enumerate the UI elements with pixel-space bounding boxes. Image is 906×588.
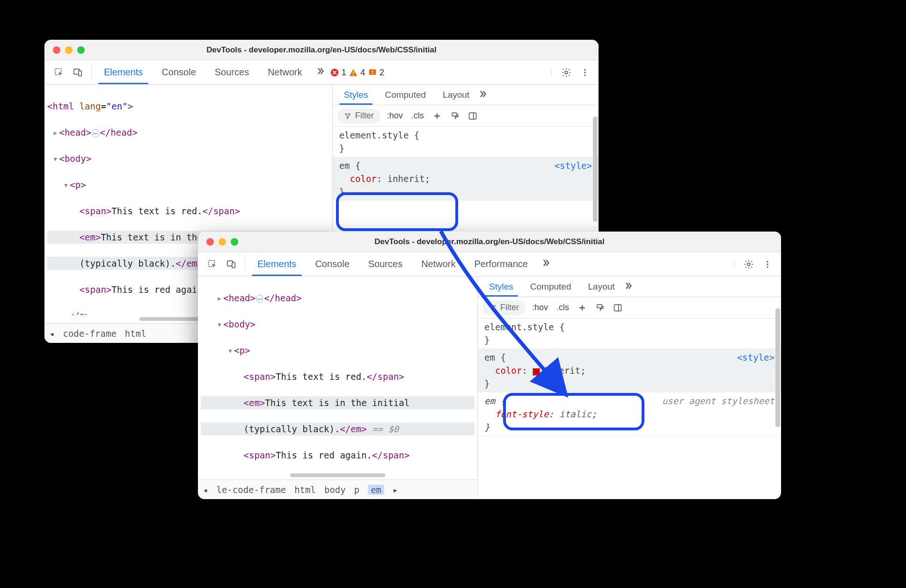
kebab-icon[interactable] [578, 65, 592, 80]
filter-placeholder: Filter [500, 303, 519, 312]
tag-span-open: <span> [244, 371, 276, 382]
zoom-icon[interactable] [231, 238, 238, 246]
tab-sources[interactable]: Sources [359, 252, 412, 276]
tab-network[interactable]: Network [258, 60, 311, 84]
more-tabs-icon[interactable] [312, 66, 329, 79]
rule-element-style[interactable]: element.style { } [333, 127, 599, 157]
cls-button[interactable]: .cls [409, 111, 426, 121]
breadcrumb-prev-icon[interactable]: ◂ [49, 328, 54, 339]
styles-filter-input[interactable]: Filter [337, 109, 380, 123]
collapsed-ellipsis-icon[interactable]: ⋯ [92, 129, 99, 138]
tag-body-open: <body> [59, 153, 91, 164]
rule-selector: em { [484, 351, 774, 364]
toggle-sidebar-icon[interactable] [611, 301, 624, 314]
hov-button[interactable]: :hov [385, 111, 405, 121]
rule-element-style[interactable]: element.style { } [478, 319, 781, 349]
vscrollbar[interactable] [775, 299, 780, 497]
rule-em[interactable]: <style> em { color: inherit; } [478, 349, 781, 392]
rule-em[interactable]: <style> em { color: inherit; } [333, 157, 599, 201]
device-toggle-icon[interactable] [223, 256, 239, 272]
collapse-arrow-icon[interactable]: ▸ [52, 126, 59, 139]
collapse-arrow-icon[interactable]: ▾ [52, 152, 59, 165]
prop-value: italic [559, 409, 592, 419]
color-swatch[interactable] [533, 368, 540, 376]
breadcrumb-item[interactable]: le-code-frame [216, 485, 286, 495]
main-toolbar: Elements Console Sources Network 1 4 2 [44, 60, 599, 85]
breadcrumb-item[interactable]: code-frame [63, 328, 116, 339]
source-link[interactable]: <style> [555, 159, 592, 172]
inspect-icon[interactable] [51, 65, 67, 80]
devtools-window-after: DevTools - developer.mozilla.org/en-US/d… [198, 232, 781, 499]
source-link[interactable]: <style> [737, 351, 774, 364]
styles-tab-layout[interactable]: Layout [580, 276, 623, 297]
more-tabs-icon[interactable] [537, 258, 555, 270]
close-icon[interactable] [206, 238, 214, 246]
traffic-lights [198, 238, 238, 246]
paint-icon[interactable] [593, 301, 606, 314]
tag-span-open: <span> [80, 284, 112, 295]
styles-body[interactable]: element.style { } <style> em { color: in… [478, 319, 781, 499]
more-tabs-icon[interactable] [478, 89, 488, 101]
toggle-sidebar-icon[interactable] [466, 109, 479, 123]
collapse-arrow-icon[interactable]: ▸ [217, 291, 223, 305]
status-badges[interactable]: 1 4 2 [329, 67, 385, 78]
collapse-arrow-icon[interactable]: ▾ [63, 178, 70, 191]
gear-icon[interactable] [559, 65, 573, 80]
kebab-icon[interactable] [760, 257, 774, 271]
tag-span-close: </span> [372, 450, 409, 460]
collapse-arrow-icon[interactable]: ▾ [227, 344, 234, 357]
new-rule-icon[interactable] [576, 301, 589, 314]
inspect-icon[interactable] [205, 256, 220, 272]
tab-elements[interactable]: Elements [248, 252, 306, 276]
cls-button[interactable]: .cls [555, 303, 571, 312]
tab-network[interactable]: Network [412, 252, 465, 276]
styles-tab-computed[interactable]: Computed [376, 85, 434, 105]
rule-close: } [339, 142, 592, 155]
zoom-icon[interactable] [77, 46, 85, 54]
styles-tab-layout[interactable]: Layout [434, 85, 478, 105]
breadcrumb-prev-icon[interactable]: ◂ [203, 485, 208, 495]
tab-sources[interactable]: Sources [205, 60, 258, 84]
breadcrumb-item[interactable]: html [125, 328, 146, 339]
breadcrumb-item-selected[interactable]: em [368, 485, 384, 495]
filter-icon [489, 304, 497, 312]
prop-name: color [495, 365, 522, 376]
window-title: DevTools - developer.mozilla.org/en-US/d… [198, 237, 781, 247]
rule-em-ua[interactable]: user agent stylesheet em { font-style: i… [478, 392, 781, 436]
svg-rect-8 [372, 73, 373, 74]
close-icon[interactable] [53, 46, 60, 54]
breadcrumb-item[interactable]: html [294, 485, 316, 495]
tab-elements[interactable]: Elements [95, 60, 152, 84]
dom-tree[interactable]: ▸<head>⋯</head> ▾<body> ▾<p> <span>This … [198, 276, 477, 471]
gear-icon[interactable] [742, 257, 756, 271]
breadcrumb-item[interactable]: p [354, 485, 359, 495]
breadcrumb-item[interactable]: body [324, 485, 346, 495]
styles-tab-styles[interactable]: Styles [336, 85, 377, 105]
hov-button[interactable]: :hov [530, 303, 550, 312]
styles-tab-styles[interactable]: Styles [481, 276, 522, 297]
new-rule-icon[interactable] [431, 109, 444, 123]
dom-text: This text is red. [276, 371, 366, 382]
tab-console[interactable]: Console [152, 60, 205, 84]
tab-performance[interactable]: Performance [465, 252, 538, 276]
window-title: DevTools - developer.mozilla.org/en-US/d… [44, 45, 599, 55]
svg-rect-2 [79, 71, 81, 76]
tag-head-open: <head> [223, 293, 256, 303]
more-tabs-icon[interactable] [623, 281, 634, 293]
svg-rect-13 [452, 113, 457, 116]
collapse-arrow-icon[interactable]: ▾ [217, 318, 223, 331]
tag-p-close: </p> [69, 311, 90, 315]
paint-icon[interactable] [448, 109, 461, 123]
breadcrumb-next-icon[interactable]: ▸ [393, 485, 398, 495]
collapsed-ellipsis-icon[interactable]: ⋯ [256, 295, 263, 303]
error-count: 1 [342, 67, 347, 78]
tag-html-close-bracket: > [128, 101, 133, 111]
device-toggle-icon[interactable] [70, 65, 86, 80]
minimize-icon[interactable] [219, 238, 226, 246]
minimize-icon[interactable] [65, 46, 73, 54]
divider [734, 261, 734, 268]
styles-tab-computed[interactable]: Computed [522, 276, 580, 297]
styles-filter-input[interactable]: Filter [482, 300, 526, 315]
tab-console[interactable]: Console [306, 252, 358, 276]
hscrollbar[interactable] [198, 471, 477, 479]
